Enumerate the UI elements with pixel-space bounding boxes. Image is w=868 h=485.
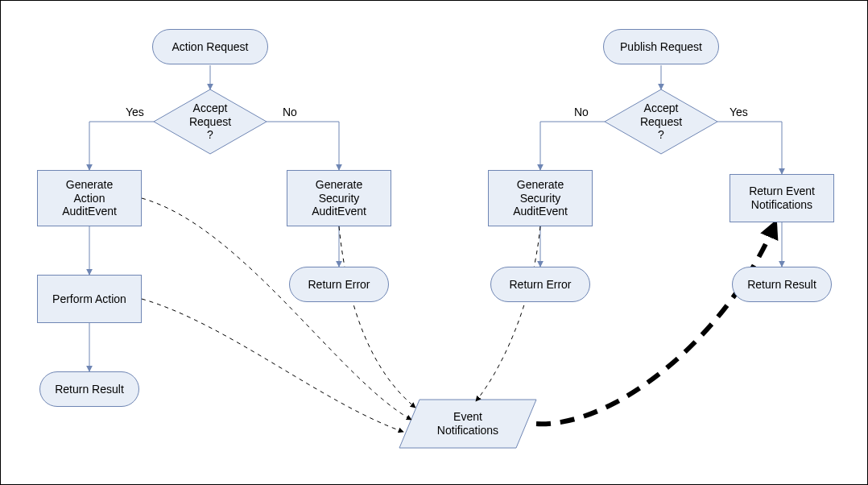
left-perform-process: Perform Action: [37, 275, 142, 323]
left-error-terminator: Return Error: [289, 267, 389, 302]
thick-dashed-arrow: [536, 226, 774, 424]
right-no-process-label: Generate Security AuditEvent: [513, 178, 568, 218]
event-notifications-label: Event Notifications: [437, 410, 498, 437]
event-notifications-text-wrapper: Event Notifications: [411, 402, 524, 446]
right-decision-text-wrapper: Accept Request ?: [621, 93, 701, 150]
right-start-label: Publish Request: [620, 40, 702, 54]
left-yes-process-label: Generate Action AuditEvent: [62, 178, 117, 218]
left-no-process-label: Generate Security AuditEvent: [312, 178, 366, 218]
left-no-label: No: [283, 106, 297, 118]
right-yes-process: Return Event Notifications: [730, 174, 834, 222]
left-perform-label: Perform Action: [52, 292, 126, 306]
right-no-process: Generate Security AuditEvent: [488, 170, 593, 226]
left-no-process: Generate Security AuditEvent: [287, 170, 391, 226]
right-yes-process-label: Return Event Notifications: [749, 184, 815, 212]
left-result-terminator: Return Result: [39, 371, 139, 407]
right-no-label: No: [574, 106, 589, 118]
right-error-label: Return Error: [509, 278, 571, 292]
left-start-label: Action Request: [172, 40, 249, 54]
right-start-terminator: Publish Request: [603, 29, 719, 64]
flowchart-canvas: Action Request Accept Request ? Yes No G…: [0, 0, 868, 485]
dashed-connectors: [142, 198, 540, 432]
left-start-terminator: Action Request: [152, 29, 268, 64]
left-yes-process: Generate Action AuditEvent: [37, 170, 142, 226]
left-decision-label: Accept Request ?: [189, 102, 231, 142]
left-error-label: Return Error: [308, 278, 370, 292]
right-result-label: Return Result: [747, 278, 816, 292]
left-yes-label: Yes: [126, 106, 144, 118]
right-error-terminator: Return Error: [490, 267, 590, 302]
right-result-terminator: Return Result: [732, 267, 832, 302]
right-decision-label: Accept Request ?: [640, 102, 682, 142]
left-decision-text-wrapper: Accept Request ?: [170, 93, 250, 150]
left-result-label: Return Result: [55, 383, 124, 396]
right-yes-label: Yes: [730, 106, 748, 118]
